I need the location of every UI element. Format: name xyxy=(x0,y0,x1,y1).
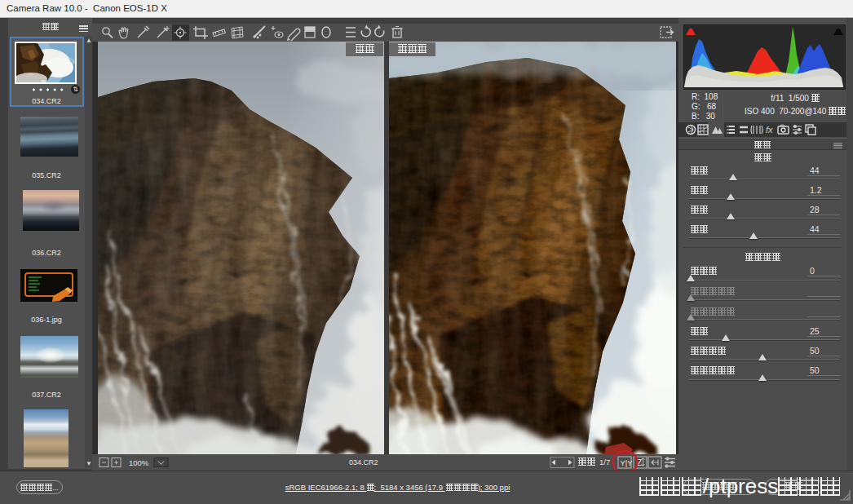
svg-text:Y|Y: Y|Y xyxy=(621,458,634,467)
svg-text:100%: 100% xyxy=(129,458,149,467)
svg-text:1/7: 1/7 xyxy=(599,458,610,466)
svg-text:034.CR2: 034.CR2 xyxy=(349,458,378,466)
svg-text:fx: fx xyxy=(766,125,773,135)
